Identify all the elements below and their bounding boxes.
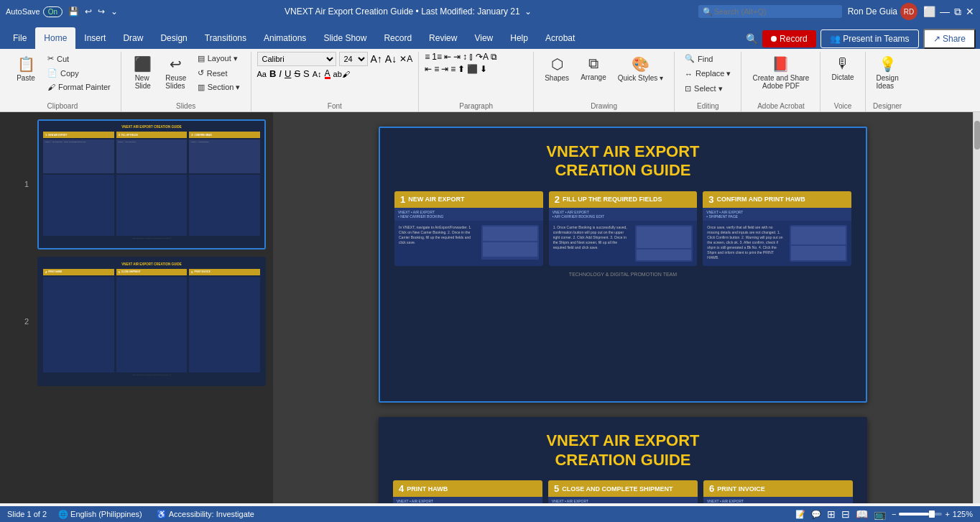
align-top-btn[interactable]: ⬆ (458, 64, 465, 74)
tab-file[interactable]: File (4, 27, 35, 49)
tab-view[interactable]: View (466, 27, 501, 49)
strikethrough-btn[interactable]: S (294, 68, 300, 79)
present-in-teams-button[interactable]: 👥 Present in Teams (820, 29, 919, 48)
decrease-indent-btn[interactable]: ⇤ (444, 52, 451, 62)
increase-font-btn[interactable]: A↑ (371, 53, 382, 65)
accessibility-btn[interactable]: ♿ Accessibility: Investigate (154, 508, 257, 521)
italic-btn[interactable]: I (279, 68, 282, 79)
decrease-font-btn[interactable]: A↓ (385, 53, 397, 65)
align-left-btn[interactable]: ⇤ (425, 64, 432, 74)
normal-view-btn[interactable]: ⊞ (827, 508, 836, 520)
zoom-slider[interactable] (899, 513, 942, 516)
align-bottom-btn[interactable]: ⬇ (480, 64, 487, 74)
align-right-btn[interactable]: ⇥ (441, 64, 448, 74)
tab-record[interactable]: Record (375, 27, 420, 49)
tab-animations[interactable]: Animations (255, 27, 315, 49)
presenter-view-btn[interactable]: 📺 (874, 508, 886, 520)
save-icon[interactable]: 💾 (68, 6, 79, 17)
notes-btn[interactable]: 📝 (795, 510, 805, 519)
tab-draw[interactable]: Draw (114, 27, 152, 49)
slide-1-canvas[interactable]: VNEXT AIR EXPORTCREATION GUIDE 1 NEW AIR… (379, 127, 867, 403)
text-direction-btn[interactable]: ↷A (476, 52, 489, 62)
tab-design[interactable]: Design (152, 27, 195, 49)
line-spacing-btn[interactable]: ↕ (463, 52, 467, 62)
record-button[interactable]: Record (762, 30, 816, 47)
shapes-button[interactable]: ⬡ Shapes (540, 52, 574, 86)
cut-button[interactable]: ✂ Cut (43, 52, 115, 65)
customize-btn[interactable]: ⌄ (111, 6, 118, 17)
close-btn[interactable]: ✕ (966, 6, 974, 17)
undo-btn[interactable]: ↩ (85, 6, 92, 17)
shadow-btn[interactable]: S (303, 68, 310, 79)
restore-btn[interactable]: ⧉ (954, 6, 961, 18)
search-input[interactable] (698, 5, 842, 18)
justify-btn[interactable]: ≡ (450, 64, 456, 74)
create-share-pdf-button[interactable]: 📕 Create and ShareAdobe PDF (747, 52, 814, 93)
design-ideas-button[interactable]: 💡 DesignIdeas (872, 52, 904, 93)
tab-slideshow[interactable]: Slide Show (315, 27, 375, 49)
ribbon-display-btn[interactable]: ⬜ (923, 6, 935, 17)
layout-button[interactable]: ▤ Layout ▾ (193, 52, 245, 65)
title-bar: AutoSave On 💾 ↩ ↪ ⌄ VNEXT Air Export Cre… (0, 0, 980, 23)
copy-button[interactable]: 📄 Copy (43, 66, 115, 80)
redo-btn[interactable]: ↪ (98, 6, 105, 17)
highlight-btn[interactable]: ab🖌 (333, 70, 350, 78)
card-6-num: 6 (709, 483, 714, 494)
autosave-toggle[interactable]: On (43, 6, 63, 17)
clipboard-content: 📋 Paste ✂ Cut 📄 Copy 🖌 Format Painter (10, 52, 115, 101)
minimize-btn[interactable]: — (940, 6, 950, 17)
format-painter-button[interactable]: 🖌 Format Painter (43, 81, 115, 93)
quick-styles-button[interactable]: 🎨 Quick Styles ▾ (613, 52, 668, 86)
reset-button[interactable]: ↺ Reset (193, 66, 245, 80)
zoom-in-btn[interactable]: + (945, 510, 949, 518)
spacing-btn[interactable]: A↕ (313, 70, 322, 78)
tab-home[interactable]: Home (35, 27, 75, 49)
share-button[interactable]: ↗ Share (923, 29, 976, 49)
section-button[interactable]: ▥ Section ▾ (193, 81, 245, 94)
dictate-button[interactable]: 🎙 Dictate (826, 52, 859, 85)
arrange-button[interactable]: ⧉ Arrange (575, 52, 611, 85)
replace-button[interactable]: ↔ Replace ▾ (680, 67, 735, 81)
font-family-select[interactable]: Calibri (257, 52, 336, 66)
align-center-btn[interactable]: ≡ (434, 64, 439, 74)
scrollbar-thumb[interactable] (974, 121, 980, 150)
new-slide-button[interactable]: ⬛ NewSlide (127, 52, 159, 93)
comments-btn[interactable]: 💬 (811, 510, 821, 519)
user-profile[interactable]: Ron De Guia RD (848, 3, 917, 20)
ribbon-group-font: Calibri 24 A↑ A↓ ✕A Aa B I U S S A↕ A ab… (251, 52, 420, 111)
clear-format-btn[interactable]: ✕A (399, 54, 412, 64)
section-icon: ▥ (198, 83, 205, 92)
reuse-slides-button[interactable]: ↩ ReuseSlides (160, 52, 192, 93)
tab-acrobat[interactable]: Acrobat (537, 27, 583, 49)
slide-2-thumbnail[interactable]: VNEXT AIR EXPORT CREATION GUIDE 4 PRINT … (37, 257, 266, 387)
zoom-out-btn[interactable]: − (892, 510, 896, 518)
tab-help[interactable]: Help (501, 27, 537, 49)
vertical-scrollbar[interactable] (973, 112, 980, 503)
paste-button[interactable]: 📋 Paste (10, 52, 42, 86)
slide-sorter-btn[interactable]: ⊟ (841, 508, 850, 520)
bullets-btn[interactable]: ≡ (425, 52, 430, 62)
font-color-btn[interactable]: A (325, 68, 330, 79)
slide-2-title: VNEXT AIR EXPORTCREATION GUIDE (393, 431, 853, 470)
tab-insert[interactable]: Insert (75, 27, 114, 49)
ribbon-group-slides: ⬛ NewSlide ↩ ReuseSlides ▤ Layout ▾ ↺ Re… (121, 52, 251, 111)
slide-2-canvas[interactable]: VNEXT AIR EXPORTCREATION GUIDE 4 PRINT H… (379, 417, 867, 503)
reading-view-btn[interactable]: 📖 (856, 508, 868, 520)
find-button[interactable]: 🔍 Find (680, 52, 717, 65)
underline-btn[interactable]: U (285, 68, 291, 79)
change-case-btn[interactable]: Aa (257, 70, 267, 78)
tab-transitions[interactable]: Transitions (196, 27, 255, 49)
title-dropdown-icon[interactable]: ⌄ (524, 6, 532, 17)
increase-indent-btn[interactable]: ⇥ (453, 52, 461, 62)
tab-review[interactable]: Review (420, 27, 466, 49)
slide-1-thumbnail[interactable]: VNEXT AIR EXPORT CREATION GUIDE 1 NEW AI… (37, 119, 266, 249)
align-middle-btn[interactable]: ⬛ (467, 64, 478, 74)
numbering-btn[interactable]: 1≡ (432, 52, 442, 62)
columns-btn[interactable]: ⫿ (469, 52, 473, 62)
convert-to-smartart-btn[interactable]: ⧉ (491, 52, 497, 62)
language-btn[interactable]: 🌐 English (Philippines) (55, 508, 145, 521)
select-button[interactable]: ⊡ Select ▾ (680, 82, 727, 96)
font-size-select[interactable]: 24 (339, 52, 368, 66)
ribbon-search-icon[interactable]: 🔍 (746, 33, 758, 45)
bold-btn[interactable]: B (269, 68, 276, 79)
